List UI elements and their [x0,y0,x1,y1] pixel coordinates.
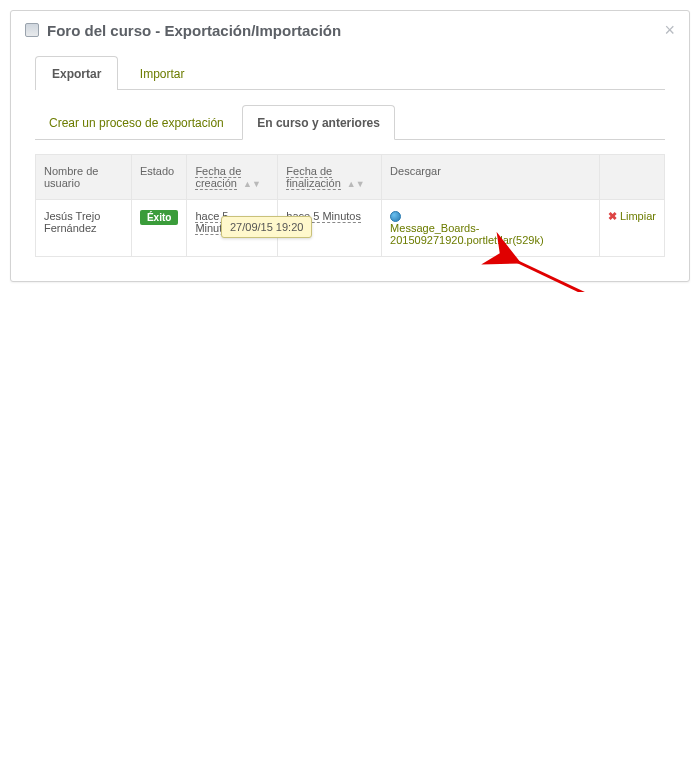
exports-table: Nombre de usuario Estado Fecha de creaci… [35,154,665,257]
close-icon[interactable]: × [664,21,675,39]
modal-content: Exportar Importar Crear un proceso de ex… [11,47,689,281]
col-actions [599,155,664,200]
col-create-date[interactable]: Fecha de creación ▲▼ [187,155,278,200]
tab-export[interactable]: Exportar [35,56,118,90]
app-icon [25,23,39,37]
export-import-modal: Foro del curso - Exportación/Importación… [10,10,690,282]
modal-title: Foro del curso - Exportación/Importación [47,22,341,39]
col-finish-date-label: Fecha de finalización [286,165,340,190]
sort-arrows-icon[interactable]: ▲▼ [243,179,261,189]
secondary-tabs: Crear un proceso de exportación En curso… [35,104,665,140]
globe-icon [390,211,401,222]
cell-state: Éxito [131,200,186,257]
cell-user: Jesús Trejo Fernández [36,200,132,257]
clear-link[interactable]: Limpiar [620,210,656,222]
tab-import[interactable]: Importar [123,56,202,90]
download-link[interactable]: Message_Boards-201509271920.portlet.lar(… [390,222,591,246]
date-tooltip: 27/09/15 19:20 [221,216,312,238]
cell-clear: ✖Limpiar [599,200,664,257]
sort-arrows-icon[interactable]: ▲▼ [347,179,365,189]
subtab-ongoing[interactable]: En curso y anteriores [242,105,395,140]
primary-tabs: Exportar Importar [35,55,665,90]
modal-header: Foro del curso - Exportación/Importación… [11,11,689,47]
col-create-date-label: Fecha de creación [195,165,241,190]
col-finish-date[interactable]: Fecha de finalización ▲▼ [278,155,382,200]
status-badge: Éxito [140,210,178,225]
col-state: Estado [131,155,186,200]
subtab-create-process[interactable]: Crear un proceso de exportación [35,106,238,139]
col-download: Descargar [382,155,600,200]
col-user: Nombre de usuario [36,155,132,200]
clear-icon[interactable]: ✖ [608,210,617,222]
cell-download: Message_Boards-201509271920.portlet.lar(… [382,200,600,257]
table-row: Jesús Trejo Fernández Éxito hace 5 Minut… [36,200,665,257]
